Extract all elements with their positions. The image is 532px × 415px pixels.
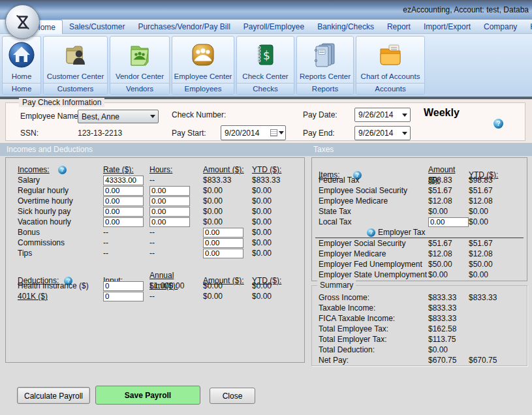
chart-of-accounts-label: Chart of Accounts	[361, 71, 420, 83]
checks-group-label: Checks	[237, 83, 294, 94]
employee-name-value: Best, Anne	[78, 112, 147, 121]
amount: $833.33	[203, 175, 252, 185]
deduction-input[interactable]	[103, 292, 144, 301]
tab-banking-checks[interactable]: Banking/Checks	[311, 20, 381, 34]
incomes-deductions-header: Incomes and Deductions	[7, 143, 93, 156]
income-item-label: Tips	[18, 248, 103, 258]
help-globe-icon[interactable]	[367, 228, 375, 237]
help-globe-icon[interactable]	[493, 119, 503, 129]
tab-sales-customer[interactable]: Sales/Customer	[63, 20, 131, 34]
amount-input[interactable]	[203, 238, 243, 248]
calendar-icon	[270, 129, 277, 136]
ez-logo-icon	[13, 12, 33, 32]
vendor-center-label: Vendor Center	[116, 71, 164, 83]
amount-input[interactable]	[203, 249, 243, 258]
amount: $0.00	[203, 217, 252, 227]
summary-value: $833.33	[428, 303, 469, 313]
checkbook-icon: $	[251, 37, 280, 71]
customers-group-label: Customers	[44, 83, 107, 94]
employee-name-select[interactable]: Best, Anne	[78, 110, 159, 123]
vendor-folder-icon	[125, 37, 154, 71]
rate-input[interactable]	[103, 217, 144, 227]
rate-input[interactable]	[103, 176, 144, 185]
home-group-label: Home	[3, 83, 40, 94]
hours-input[interactable]	[149, 217, 190, 227]
customer-center-label: Customer Center	[47, 71, 104, 83]
ribbon-toolbar: Home Home Customer Center Customers	[0, 34, 532, 97]
amount-value: $0.00	[203, 291, 252, 301]
hours-input[interactable]	[149, 207, 190, 217]
rate-input[interactable]	[103, 196, 144, 206]
summary-value: $833.33	[428, 313, 469, 324]
ytd-value: $0.00	[252, 281, 304, 291]
amount-input[interactable]	[203, 228, 243, 238]
employee-name-dropdown-arrow[interactable]	[147, 110, 158, 123]
tax-row: Employee Medicare$12.08$12.08	[312, 196, 527, 206]
pay-start-datepicker[interactable]: 9/20/2014	[221, 125, 286, 140]
employer-tax-row: Employer Social Security$51.67$51.67	[312, 238, 527, 249]
tax-item-label: Federal Tax	[319, 175, 428, 185]
menu-tabs: Home Sales/Customer Purchases/Vendor/Pay…	[27, 20, 532, 34]
tab-purchases-vendor-pay-bill[interactable]: Purchases/Vendor/Pay Bill	[131, 20, 236, 34]
customer-center-button[interactable]: Customer Center Customers	[43, 36, 108, 95]
annual-limit-value: --	[149, 291, 203, 301]
pay-end-label: Pay End:	[303, 129, 335, 138]
rate-input[interactable]	[103, 207, 144, 217]
ytd-value: $0.00	[252, 196, 304, 206]
calculate-payroll-button[interactable]: Calculate Payroll	[17, 387, 90, 404]
hours-input[interactable]	[149, 196, 190, 206]
tax-amount-input[interactable]	[428, 217, 469, 227]
vendor-center-button[interactable]: Vendor Center Vendors	[110, 36, 170, 95]
ytd-value: $833.33	[252, 175, 304, 185]
close-button[interactable]: Close	[210, 388, 255, 404]
tab-report[interactable]: Report	[381, 20, 417, 34]
pay-start-calendar-button[interactable]	[268, 126, 285, 140]
employee-center-button[interactable]: Employee Center Employees	[172, 36, 234, 95]
pay-end-select[interactable]: 9/26/2014	[354, 126, 411, 140]
tax-row: Employee Social Security$51.67$51.67	[312, 185, 527, 196]
svg-text:$: $	[263, 49, 270, 62]
reports-center-label: Reports Center	[300, 71, 351, 83]
tab-import-export[interactable]: Import/Export	[417, 20, 477, 34]
check-center-button[interactable]: $ Check Center Checks	[236, 36, 294, 95]
amount-value: $0.00	[428, 269, 469, 280]
app-menu-orb[interactable]	[5, 5, 40, 39]
pay-date-select[interactable]: 9/26/2014	[354, 108, 411, 122]
summary-value: $162.58	[428, 324, 469, 334]
pay-date-value: 9/26/2014	[355, 110, 399, 119]
tab-help[interactable]: Help	[524, 20, 532, 34]
tax-item-label: Employer Social Security	[319, 238, 428, 249]
deduction-input[interactable]	[103, 281, 144, 291]
ytd-value: $0.00	[252, 227, 304, 238]
vendors-group-label: Vendors	[110, 83, 169, 94]
hours-column-label: Hours:	[149, 164, 203, 175]
income-row: Tips----$0.00	[6, 248, 304, 258]
reports-group-label: Reports	[297, 83, 353, 94]
tax-item-label: Local Tax	[319, 217, 428, 227]
tab-payroll-employee[interactable]: Payroll/Employee	[237, 20, 311, 34]
home-button[interactable]: Home Home	[2, 36, 41, 95]
ssn-label: SSN:	[20, 129, 39, 138]
deduction-item-label[interactable]: 401K ($)	[18, 291, 103, 301]
reports-center-button[interactable]: Reports Center Reports	[296, 36, 354, 95]
employer-tax-header: Employer Tax	[315, 227, 524, 238]
save-payroll-button[interactable]: Save Payroll	[95, 386, 200, 405]
tab-company[interactable]: Company	[477, 20, 524, 34]
tax-item-label: Employer State Unemployment	[319, 269, 428, 280]
pay-start-value: 9/20/2014	[221, 129, 268, 138]
hours-input[interactable]	[149, 186, 190, 196]
tax-amount: $0.00	[428, 206, 469, 217]
help-globe-icon[interactable]	[58, 166, 67, 174]
deduction-row: 401K ($)--$0.00$0.00	[6, 291, 304, 301]
summary-row: Total Deduction:$0.00	[312, 345, 527, 355]
employer-tax-row: Employer Medicare$12.08$12.08	[312, 249, 527, 259]
chart-of-accounts-button[interactable]: Chart of Accounts Accounts	[356, 36, 425, 95]
amount-value: $0.00	[203, 281, 252, 291]
tax-item-label: Employee Social Security	[319, 185, 428, 196]
rate-input[interactable]	[103, 186, 144, 196]
pay-end-dropdown-arrow[interactable]	[399, 127, 410, 140]
pay-date-dropdown-arrow[interactable]	[399, 108, 410, 121]
ytd-value: $51.67	[469, 185, 527, 196]
income-item-label: Vacation hourly	[18, 217, 103, 227]
summary-item-label: Total Deduction:	[319, 345, 428, 355]
